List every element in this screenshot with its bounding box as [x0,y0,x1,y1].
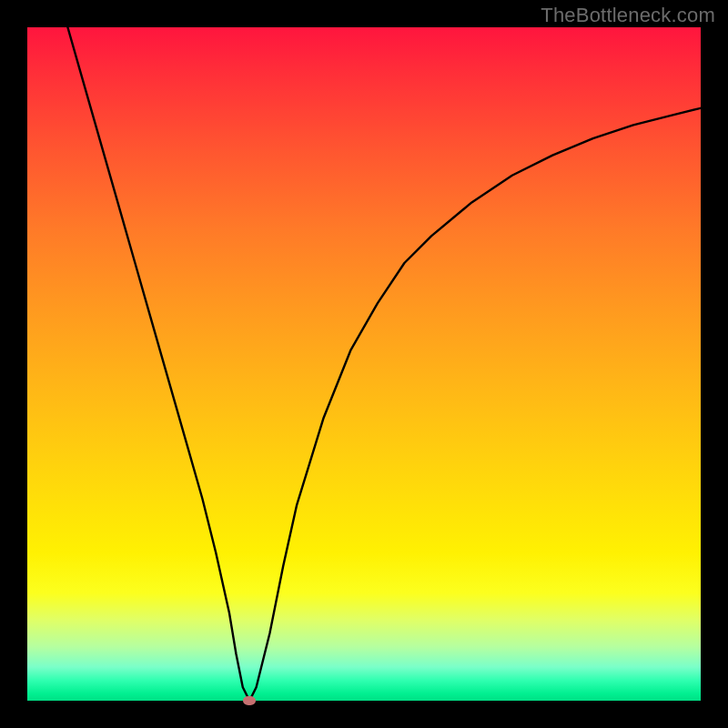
minimum-marker [243,696,256,705]
bottleneck-curve-svg [27,27,701,701]
chart-container: TheBottleneck.com [0,0,728,728]
bottleneck-curve-path [67,27,701,701]
watermark-text: TheBottleneck.com [541,4,715,27]
plot-area [27,27,701,701]
